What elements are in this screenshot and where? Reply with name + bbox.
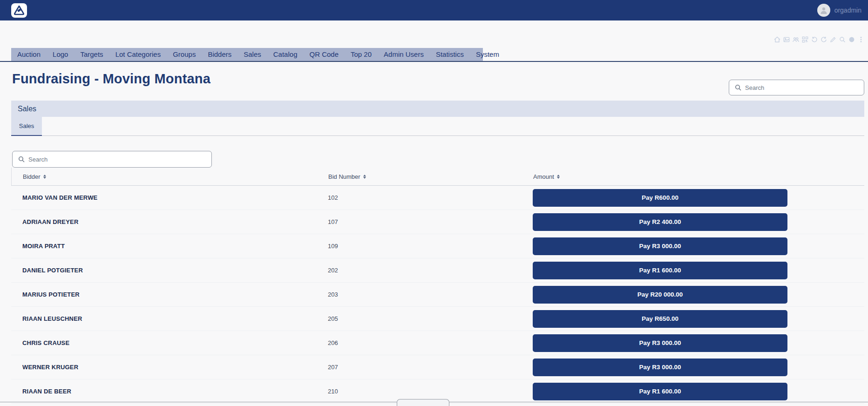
nav-tab-statistics[interactable]: Statistics <box>430 48 470 61</box>
sort-icon[interactable] <box>557 175 560 179</box>
more-kebab-icon[interactable] <box>858 36 864 43</box>
pay-button[interactable]: Pay R3 000.00 <box>533 334 787 352</box>
nav-tab-bidders[interactable]: Bidders <box>202 48 237 61</box>
nav-tab-admin-users[interactable]: Admin Users <box>378 48 430 61</box>
nav-tab-targets[interactable]: Targets <box>74 48 109 61</box>
table-row: MARIO VAN DER MERWE 102 Pay R600.00 <box>11 186 864 210</box>
auction-gavel-icon <box>14 5 25 15</box>
bid-number: 205 <box>328 315 533 322</box>
bid-number: 202 <box>328 267 533 274</box>
table-row: MARIUS POTIETER 203 Pay R20 000.00 <box>11 283 864 307</box>
nav-tab-system[interactable]: System <box>470 48 505 61</box>
nav-tab-groups[interactable]: Groups <box>167 48 202 61</box>
pay-button[interactable]: Pay R1 600.00 <box>533 262 787 279</box>
table-row: DANIEL POTGIETER 202 Pay R1 600.00 <box>11 258 864 283</box>
bidder-name: RIAAN DE BEER <box>11 388 328 395</box>
users-icon[interactable] <box>793 36 799 43</box>
column-header-amount[interactable]: Amount <box>533 173 864 180</box>
top-navbar: orgadmin <box>0 0 868 20</box>
page-search-input[interactable] <box>745 84 859 91</box>
nav-tab-auction[interactable]: Auction <box>11 48 47 61</box>
bidder-name: MARIO VAN DER MERWE <box>11 194 328 201</box>
search-icon <box>18 156 25 162</box>
table-search <box>12 151 212 168</box>
main-nav: Auction Logo Targets Lot Categories Grou… <box>11 48 483 61</box>
search-icon[interactable] <box>839 36 846 43</box>
section-title: Sales <box>18 105 36 113</box>
undo-icon[interactable] <box>811 36 818 43</box>
bidder-name: WERNER KRUGER <box>11 364 328 371</box>
bidder-name: MARIUS POTIETER <box>11 291 328 298</box>
bid-number: 107 <box>328 218 533 225</box>
nav-tab-catalog[interactable]: Catalog <box>267 48 304 61</box>
edit-pencil-icon[interactable] <box>830 36 836 43</box>
bid-number: 203 <box>328 291 533 298</box>
main-nav-wrapper: Auction Logo Targets Lot Categories Grou… <box>0 48 868 62</box>
pay-button[interactable]: Pay R650.00 <box>533 310 787 328</box>
page-header: Fundraising - Moving Montana <box>0 71 868 87</box>
image-edit-icon[interactable] <box>783 36 790 43</box>
bid-number: 207 <box>328 364 533 371</box>
table-row: WERNER KRUGER 207 Pay R3 000.00 <box>11 355 864 379</box>
pay-button[interactable]: Pay R3 000.00 <box>533 359 787 376</box>
nav-tab-top-20[interactable]: Top 20 <box>345 48 378 61</box>
sales-table: Bidder Bid Number Amount MARIO VAN DER M… <box>11 168 864 404</box>
sort-icon[interactable] <box>43 175 46 179</box>
section-header-band: Sales <box>11 101 864 117</box>
username-label: orgadmin <box>834 7 861 14</box>
column-header-bidder[interactable]: Bidder <box>12 173 328 180</box>
page-search <box>729 80 864 95</box>
bidder-name: CHRIS CRAUSE <box>11 339 328 346</box>
redo-icon[interactable] <box>821 36 827 43</box>
pay-button[interactable]: Pay R2 400.00 <box>533 213 787 231</box>
qr-code-icon[interactable] <box>802 36 808 43</box>
table-header-row: Bidder Bid Number Amount <box>11 168 864 186</box>
quick-actions-toolbar <box>774 36 864 43</box>
bidder-name: RIAAN LEUSCHNER <box>11 315 328 322</box>
table-row: ADRIAAN DREYER 107 Pay R2 400.00 <box>11 210 864 234</box>
bid-number: 109 <box>328 243 533 250</box>
bidder-name: DANIEL POTGIETER <box>11 267 328 274</box>
avatar <box>817 4 830 17</box>
table-row: MOIRA PRATT 109 Pay R3 000.00 <box>11 234 864 258</box>
nav-tab-logo[interactable]: Logo <box>47 48 74 61</box>
nav-tab-qr-code[interactable]: QR Code <box>303 48 345 61</box>
bidder-name: ADRIAAN DREYER <box>11 218 328 225</box>
table-row: CHRIS CRAUSE 206 Pay R3 000.00 <box>11 331 864 355</box>
section-tabs: Sales <box>11 117 864 136</box>
nav-tab-lot-categories[interactable]: Lot Categories <box>109 48 167 61</box>
nav-tab-sales[interactable]: Sales <box>237 48 267 61</box>
sort-icon[interactable] <box>363 175 366 179</box>
bid-number: 206 <box>328 339 533 346</box>
home-icon[interactable] <box>774 36 780 43</box>
pay-button[interactable]: Pay R1 600.00 <box>533 383 787 400</box>
column-header-bid-number[interactable]: Bid Number <box>328 173 533 180</box>
table-row: RIAAN LEUSCHNER 205 Pay R650.00 <box>11 307 864 331</box>
bidder-name: MOIRA PRATT <box>11 243 328 250</box>
pay-button[interactable]: Pay R20 000.00 <box>533 286 787 304</box>
app-logo[interactable] <box>11 3 27 18</box>
pay-button[interactable]: Pay R600.00 <box>533 189 787 207</box>
record-circle-icon[interactable] <box>848 36 855 43</box>
table-search-input[interactable] <box>28 156 207 163</box>
search-icon <box>735 84 741 91</box>
pay-button[interactable]: Pay R3 000.00 <box>533 237 787 255</box>
bottom-panel-handle[interactable] <box>397 399 449 406</box>
user-menu[interactable]: orgadmin <box>817 4 861 17</box>
bid-number: 210 <box>328 388 533 395</box>
tab-sales[interactable]: Sales <box>11 117 42 136</box>
bid-number: 102 <box>328 194 533 201</box>
